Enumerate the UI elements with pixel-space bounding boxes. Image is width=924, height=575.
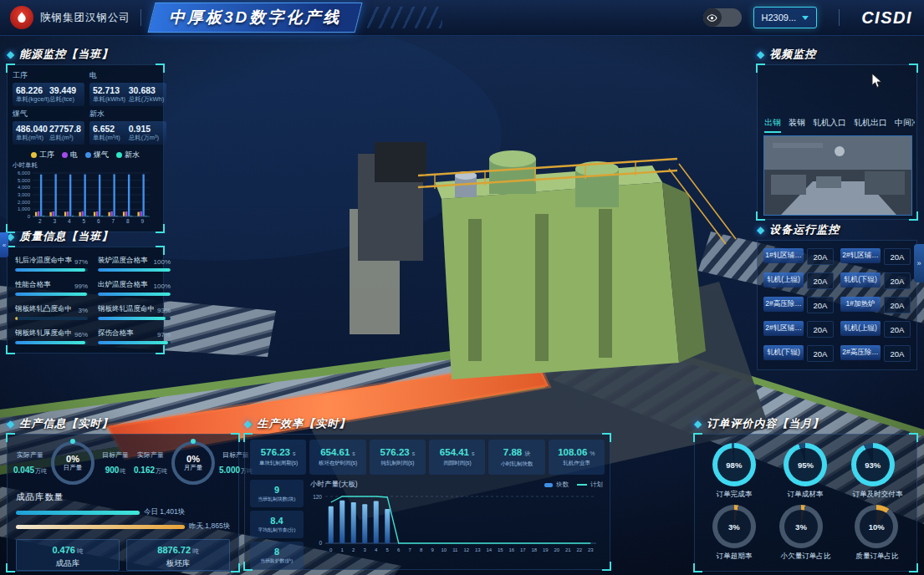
quality-progress-track xyxy=(15,317,88,320)
device-status-item[interactable]: 2#高压除…20A xyxy=(840,345,911,362)
visibility-toggle[interactable] xyxy=(703,8,742,27)
energy-card-1: 工序68.226单耗(kgce/t)39.449总耗(tce) xyxy=(13,69,84,106)
legend-item[interactable]: 工序 xyxy=(31,150,54,160)
quality-metric: 性能合格率99% xyxy=(15,280,88,296)
inventory-value: 8876.72 xyxy=(157,545,191,555)
video-feed[interactable] xyxy=(763,135,912,216)
device-status-item[interactable]: 2#高压除…20A xyxy=(763,297,834,313)
efficiency-unit: s xyxy=(470,450,474,456)
efficiency-value: 108.06 % xyxy=(558,447,595,457)
legend-dot xyxy=(85,152,91,158)
legend-label: 新水 xyxy=(125,150,140,160)
device-current: 20A xyxy=(807,297,834,313)
legend-item[interactable]: 电 xyxy=(62,150,78,160)
energy-card-values: 486.040单耗(m³/t)27757.8总耗(m³) xyxy=(13,121,84,145)
svg-text:13: 13 xyxy=(475,547,481,552)
diamond-icon: ◆ xyxy=(757,225,764,235)
svg-text:6,000: 6,000 xyxy=(18,170,31,176)
energy-card-values: 6.652单耗(m³/t)0.915总耗(万m³) xyxy=(89,121,166,145)
efficiency-cards: 576.23 s单块轧制周期(s)654.61 s板坯在炉时间(s)576.23… xyxy=(250,440,605,475)
chevron-down-icon xyxy=(802,16,809,20)
device-status-item[interactable]: 2#轧区辅…20A xyxy=(763,321,834,338)
video-tab-2[interactable]: 装钢 xyxy=(789,117,805,133)
video-tab-5[interactable]: 中间冷 xyxy=(895,117,915,133)
energy-card-2: 电52.713单耗(kWh/t)30.683总耗(万kWh) xyxy=(89,69,166,106)
legend-item[interactable]: 新水 xyxy=(116,150,140,160)
efficiency-panel-body: 576.23 s单块轧制周期(s)654.61 s板坯在炉时间(s)576.23… xyxy=(244,434,610,570)
device-status-item[interactable]: 1#轧区辅…20A xyxy=(763,248,834,265)
efficiency-panel-title: 生产效率【实时】 xyxy=(257,416,350,431)
svg-text:4: 4 xyxy=(375,547,378,552)
energy-card-name: 电 xyxy=(89,70,166,81)
energy-card-4: 新水6.652单耗(m³/t)0.915总耗(万m³) xyxy=(89,108,166,145)
donut-percent: 0% xyxy=(66,454,79,464)
efficiency-card: 654.61 s板坯在炉时间(s) xyxy=(309,440,365,475)
quality-metric-grid: 轧后冷温度命中率97%装炉温度合格率100%性能合格率99%出炉温度合格率100… xyxy=(8,247,163,353)
device-status-item[interactable]: 轧机(下辊)20A xyxy=(840,272,911,289)
svg-text:3: 3 xyxy=(53,218,56,224)
svg-text:23: 23 xyxy=(588,547,594,552)
device-current: 20A xyxy=(807,272,834,289)
inventory-label: 成品库 xyxy=(56,558,80,569)
chart-legend-item[interactable]: 计划 xyxy=(577,481,603,489)
device-status-item[interactable]: 轧机(上辊)20A xyxy=(763,272,834,289)
device-status-item[interactable]: 轧机(下辊)20A xyxy=(763,345,834,362)
quality-panel-body: 轧后冷温度命中率97%装炉温度合格率100%性能合格率99%出炉温度合格率100… xyxy=(7,247,164,354)
chart-legend-label: 块数 xyxy=(556,481,569,489)
header-decoration xyxy=(367,7,442,28)
energy-value: 6.652 xyxy=(93,124,127,134)
quality-progress-track xyxy=(15,341,88,344)
heat-number-dropdown[interactable]: H2309... xyxy=(753,7,818,28)
target-unit: 吨 xyxy=(120,468,125,474)
energy-card-values: 52.713单耗(kWh/t)30.683总耗(万kWh) xyxy=(89,83,166,106)
video-tab-3[interactable]: 轧机入口 xyxy=(813,117,846,133)
device-status-item[interactable]: 轧机(上辊)20A xyxy=(840,321,911,338)
video-tab-1[interactable]: 出钢 xyxy=(764,117,781,133)
quality-metric-label: 性能合格率 xyxy=(15,280,51,290)
quality-metric: 钢板终轧温度命中93% xyxy=(98,304,171,320)
svg-text:6: 6 xyxy=(97,218,100,224)
actual-value: 0.162 xyxy=(134,466,155,475)
chart-legend-item[interactable]: 块数 xyxy=(544,481,569,489)
quality-metric-value: 97% xyxy=(74,258,88,266)
efficiency-card: 7.88 块小时轧制块数 xyxy=(488,440,544,475)
quality-metric-label: 装炉温度合格率 xyxy=(98,256,148,266)
devices-expand-handle[interactable]: » xyxy=(914,244,924,282)
legend-label: 煤气 xyxy=(94,150,109,160)
device-status-item[interactable]: 2#轧区辅…20A xyxy=(840,248,911,265)
order-label: 订单超期率 xyxy=(713,551,754,561)
quality-metric-label: 探伤合格率 xyxy=(98,328,134,338)
efficiency-label: 板坯在炉时间(s) xyxy=(319,459,357,466)
energy-value: 39.449 xyxy=(49,85,81,95)
svg-text:2,000: 2,000 xyxy=(18,200,31,205)
legend-item[interactable]: 煤气 xyxy=(85,150,109,160)
svg-text:0: 0 xyxy=(28,214,31,219)
side-stat-value: 8 xyxy=(274,547,279,557)
energy-value: 27757.8 xyxy=(49,124,81,134)
svg-text:17: 17 xyxy=(520,547,526,552)
order-label: 订单及时交付率 xyxy=(852,489,902,499)
video-tab-bar: 出钢装钢轧机入口轧机出口中间冷电加热 xyxy=(764,117,915,133)
inventory-bar-row: 今日 1,401块 xyxy=(16,507,230,517)
inventory-bar xyxy=(16,511,140,515)
video-tab-4[interactable]: 轧机出口 xyxy=(854,117,887,133)
quality-progress-track xyxy=(98,317,171,320)
energy-card-values: 68.226单耗(kgce/t)39.449总耗(tce) xyxy=(13,83,84,106)
efficiency-label: 小时轧制块数 xyxy=(501,460,533,467)
device-name: 2#轧区辅… xyxy=(840,248,881,263)
device-current: 20A xyxy=(884,248,911,265)
legend-label: 工序 xyxy=(39,150,54,160)
cisdi-logo: CISDI xyxy=(861,8,912,28)
device-status-item[interactable]: 1#加热炉20A xyxy=(840,297,911,313)
order-donut: 10% xyxy=(855,505,898,548)
energy-value: 30.683 xyxy=(129,85,163,95)
svg-text:21: 21 xyxy=(565,547,571,552)
order-percent: 3% xyxy=(728,522,740,532)
energy-panel-title: 能源监控【当班】 xyxy=(19,47,113,62)
energy-unit: 总耗(万m³) xyxy=(129,134,163,142)
panel-collapse-handle[interactable]: « xyxy=(0,232,8,257)
quality-metric-label: 钢板终轧凸度命中 xyxy=(15,304,72,314)
efficiency-side-stat: 8当班装炉数(炉) xyxy=(250,542,304,569)
svg-text:6: 6 xyxy=(397,547,401,552)
energy-card-3: 煤气486.040单耗(m³/t)27757.8总耗(m³) xyxy=(13,108,84,145)
